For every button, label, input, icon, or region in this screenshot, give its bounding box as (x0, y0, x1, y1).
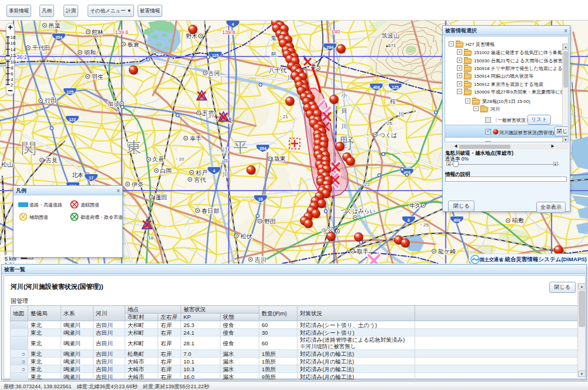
svg-text:+: + (8, 22, 13, 32)
svg-text:122: 122 (69, 118, 76, 122)
svg-text:館林: 館林 (92, 29, 103, 35)
svg-text:平: 平 (233, 139, 248, 155)
svg-text:戸: 戸 (222, 159, 228, 165)
svg-text:−: − (8, 85, 13, 95)
svg-text:16: 16 (258, 197, 263, 201)
svg-text:408: 408 (373, 85, 380, 89)
svg-text:久喜: 久喜 (152, 156, 164, 162)
svg-text:野田: 野田 (264, 218, 276, 225)
svg-text:坂東: 坂東 (274, 155, 286, 162)
svg-text:関: 関 (22, 141, 36, 156)
svg-text:6: 6 (11, 71, 14, 76)
svg-text:八千代: 八千代 (269, 67, 286, 74)
svg-text:・18: ・18 (143, 235, 153, 241)
svg-text:8: 8 (11, 65, 14, 71)
svg-text:4: 4 (213, 169, 215, 173)
svg-text:▴671: ▴671 (386, 43, 396, 48)
svg-text:川: 川 (398, 111, 404, 118)
svg-text:6: 6 (407, 218, 410, 222)
svg-text:・22: ・22 (360, 182, 370, 187)
svg-text:12: 12 (11, 53, 16, 58)
svg-text:幸手: 幸手 (189, 135, 202, 142)
svg-text:筑波山: 筑波山 (382, 32, 399, 39)
svg-text:4: 4 (11, 77, 14, 82)
svg-text:294: 294 (326, 45, 333, 49)
svg-text:稲敷: 稲敷 (512, 217, 524, 224)
svg-text:邑楽: 邑楽 (49, 22, 61, 29)
svg-text:・21: ・21 (278, 114, 288, 119)
svg-text:10: 10 (11, 59, 16, 65)
svg-text:・26: ・26 (382, 121, 392, 126)
svg-text:取手: 取手 (357, 248, 369, 255)
svg-text:怒: 怒 (270, 51, 277, 58)
svg-text:鬼: 鬼 (270, 35, 276, 41)
svg-text:125: 125 (392, 85, 399, 89)
svg-text:つくばみらい: つくばみらい (341, 208, 376, 214)
svg-text:板倉: 板倉 (127, 41, 139, 48)
svg-text:松山: 松山 (1, 161, 13, 168)
svg-text:宮代: 宮代 (194, 176, 206, 183)
svg-text:東: 東 (127, 139, 142, 155)
svg-text:伊奈: 伊奈 (131, 181, 143, 188)
svg-text:杉戸: 杉戸 (195, 169, 208, 176)
svg-text:408: 408 (453, 218, 460, 222)
svg-text:140: 140 (331, 29, 340, 35)
svg-text:・27: ・27 (204, 114, 214, 119)
svg-text:貝: 貝 (341, 108, 347, 114)
svg-text:354: 354 (55, 35, 62, 39)
svg-text:江: 江 (222, 146, 228, 153)
svg-text:・25: ・25 (419, 222, 429, 228)
svg-text:139.6: 139.6 (115, 29, 129, 35)
svg-text:つくば: つくば (379, 132, 397, 138)
svg-text:行田: 行田 (45, 97, 56, 104)
svg-text:川: 川 (222, 171, 228, 178)
svg-text:139.8: 139.8 (222, 29, 236, 35)
svg-text:14: 14 (11, 47, 16, 52)
svg-text:16: 16 (11, 41, 16, 46)
svg-text:羽生: 羽生 (91, 74, 103, 80)
svg-text:龍ケ崎: 龍ケ崎 (438, 248, 456, 255)
svg-text:春日部: 春日部 (201, 208, 219, 214)
svg-text:明和: 明和 (84, 49, 96, 56)
svg-text:北本: 北本 (72, 172, 83, 178)
svg-text:4: 4 (232, 22, 234, 26)
svg-text:古河: 古河 (208, 70, 220, 76)
svg-text:18: 18 (11, 35, 16, 40)
svg-text:吉見: 吉見 (46, 157, 58, 164)
svg-text:125: 125 (212, 54, 219, 58)
svg-text:吉川: 吉川 (255, 256, 266, 263)
svg-text:小: 小 (341, 92, 348, 99)
svg-text:牛久: 牛久 (409, 202, 421, 209)
svg-text:蓮田: 蓮田 (155, 194, 167, 201)
svg-text:354: 354 (259, 146, 266, 151)
svg-text:松伏: 松伏 (240, 233, 253, 239)
svg-text:白岡: 白岡 (160, 168, 172, 174)
svg-text:桜: 桜 (390, 98, 396, 105)
svg-text:千代田: 千代田 (32, 45, 50, 51)
svg-text:125: 125 (66, 90, 74, 94)
svg-text:・10: ・10 (174, 156, 184, 162)
svg-text:加須: 加須 (108, 101, 119, 107)
svg-text:17: 17 (89, 176, 93, 180)
svg-text:川: 川 (341, 123, 347, 129)
